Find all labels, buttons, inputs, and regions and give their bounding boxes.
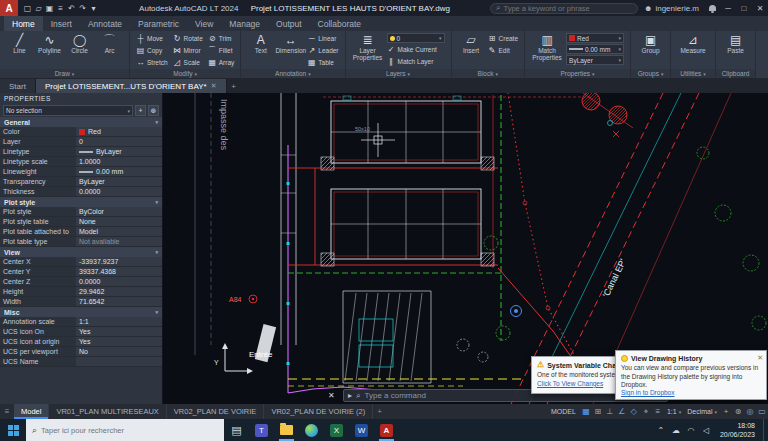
prop-row-transparency[interactable]: TransparencyByLayer [0,177,162,187]
prop-row-ucs-name[interactable]: UCS Name [0,357,162,367]
tab-manage[interactable]: Manage [221,16,268,31]
quick-select-button[interactable]: ⊛ [148,105,159,116]
open-icon[interactable]: ▱ [33,4,44,13]
text-button[interactable]: AText [247,33,274,54]
prop-row-annotation-scale[interactable]: Annotation scale1:1 [0,317,162,327]
tab-view[interactable]: View [187,16,221,31]
scale-button[interactable]: ◿Scale [173,57,203,68]
close-tab-icon[interactable]: ✕ [211,82,217,90]
new-layout-button[interactable]: + [373,404,386,419]
insert-block-button[interactable]: ▱Insert [458,33,485,54]
circle-button[interactable]: ◯Circle [66,33,93,54]
properties-panel-label[interactable]: Properties▾ [525,69,630,78]
copy-button[interactable]: ▤Copy [136,45,168,56]
qat-dropdown-icon[interactable]: ▾ [88,4,99,13]
prop-row-center-z[interactable]: Center Z0.0000 [0,277,162,287]
account-menu[interactable]: ☻ ingenierie.m [644,4,699,13]
print-icon[interactable]: ≡ [55,4,66,13]
taskbar-search[interactable]: ⌕ [26,419,224,441]
measure-button[interactable]: ⊿Measure [677,33,709,54]
otrack-icon[interactable]: ⌖ [640,407,652,417]
teams-button[interactable]: T [249,419,274,441]
prop-row-ucs-origin[interactable]: UCS icon at originYes [0,337,162,347]
block-panel-label[interactable]: Block▾ [452,69,525,78]
start-button[interactable] [0,419,26,441]
save-icon[interactable]: ▣ [44,4,55,13]
prop-row-lineweight[interactable]: Lineweight0.00 mm [0,167,162,177]
task-view-button[interactable]: ▤ [224,419,249,441]
close-icon[interactable]: ✕ [757,353,763,362]
linear-button[interactable]: ─Linear [307,33,338,44]
modify-panel-label[interactable]: Modify▾ [130,69,240,78]
tab-output[interactable]: Output [268,16,310,31]
edit-block-button[interactable]: ✎Edit [488,45,519,56]
undo-icon[interactable]: ↶ [66,4,77,13]
command-search-icon[interactable]: ⌕ [356,391,360,401]
restore-button[interactable]: □ [736,4,752,13]
new-icon[interactable]: ▢ [22,4,33,13]
groups-panel-label[interactable]: Groups▾ [631,69,670,78]
prop-row-plot-table[interactable]: Plot style tableNone [0,217,162,227]
excel-button[interactable]: X [324,419,349,441]
osnap-icon[interactable]: ◇ [628,407,640,416]
word-button[interactable]: W [349,419,374,441]
document-tab[interactable]: Projet LOTISSEMENT...UTS D'ORIENT BAY*✕ [36,79,227,93]
tab-annotate[interactable]: Annotate [80,16,130,31]
prop-row-width[interactable]: Width71.6542 [0,297,162,307]
make-current-button[interactable]: ✓Make Current [387,44,445,55]
sysvar-link[interactable]: Click To View Changes [537,380,603,387]
taskbar-search-input[interactable] [41,426,218,435]
match-layer-button[interactable]: ∥Match Layer [387,56,445,67]
prop-row-plot-type[interactable]: Plot table typeNot available [0,237,162,247]
polyline-button[interactable]: ∿Polyline [36,33,63,54]
layout-tab-vr02-2[interactable]: VR02_PLAN DE VOIRIE (2) [264,404,373,419]
leader-button[interactable]: ↗Leader [307,45,338,56]
model-space-label[interactable]: MODEL [547,408,580,415]
prop-row-thickness[interactable]: Thickness0.0000 [0,187,162,197]
notification-bell-icon[interactable] [709,5,716,11]
annotation-panel-label[interactable]: Annotation▾ [241,69,344,78]
tray-chevron-up-icon[interactable]: ⌃ [655,426,667,435]
prop-row-center-y[interactable]: Center Y39337.4368 [0,267,162,277]
prop-row-linetype[interactable]: LinetypeByLayer [0,147,162,157]
ortho-icon[interactable]: ⊥ [604,407,616,416]
stretch-button[interactable]: ↔Stretch [136,57,168,68]
table-button[interactable]: ▦Table [307,57,338,68]
tab-insert[interactable]: Insert [43,16,80,31]
onedrive-cloud-icon[interactable]: ☁ [670,426,682,435]
clipboard-panel-label[interactable]: Clipboard [716,69,755,78]
command-customize-icon[interactable]: ▸ [348,391,352,400]
section-general[interactable]: General▾ [0,117,162,127]
fillet-button[interactable]: ⌒Fillet [208,45,235,56]
prop-row-plot-attached[interactable]: Plot table attached toModel [0,227,162,237]
wifi-icon[interactable]: ◠ [685,426,697,435]
close-button[interactable]: ✕ [752,4,768,13]
taskbar-clock[interactable]: 18:08 20/06/2023 [715,421,760,440]
app-logo-icon[interactable]: A [0,0,18,16]
layer-properties-button[interactable]: ≣Layer Properties [352,33,384,61]
match-properties-button[interactable]: ▥Match Properties [531,33,563,61]
show-desktop-button[interactable] [763,419,768,441]
line-button[interactable]: ╱Line [6,33,33,54]
tab-parametric[interactable]: Parametric [130,16,187,31]
prop-row-color[interactable]: ColorRed [0,127,162,137]
units-select[interactable]: Decimal▾ [684,408,720,415]
color-select[interactable]: Red▾ [566,33,624,43]
dropbox-signin-link[interactable]: Sign in to Dropbox [621,389,674,396]
array-button[interactable]: ▦Array [208,57,235,68]
drawing-area[interactable]: Impasse des [163,93,768,404]
layout-menu-icon[interactable]: ≡ [0,404,14,419]
clean-screen-icon[interactable]: ▭ [756,407,768,416]
model-tab[interactable]: Model [14,404,49,419]
snap-icon[interactable]: ⊞ [592,407,604,416]
prop-row-plot-style[interactable]: Plot styleByColor [0,207,162,217]
prop-row-center-x[interactable]: Center X-33937.9237 [0,257,162,267]
layer-select[interactable]: 0▾ [387,33,445,43]
section-plot-style[interactable]: Plot style▾ [0,197,162,207]
tab-home[interactable]: Home [4,16,43,31]
annotation-scale-select[interactable]: 1:1▾ [664,408,684,415]
polar-icon[interactable]: ∠ [616,407,628,416]
trim-button[interactable]: ⊘Trim [208,33,235,44]
plotstyle-select[interactable]: ByLayer▾ [566,55,624,65]
help-search-input[interactable] [503,4,632,13]
